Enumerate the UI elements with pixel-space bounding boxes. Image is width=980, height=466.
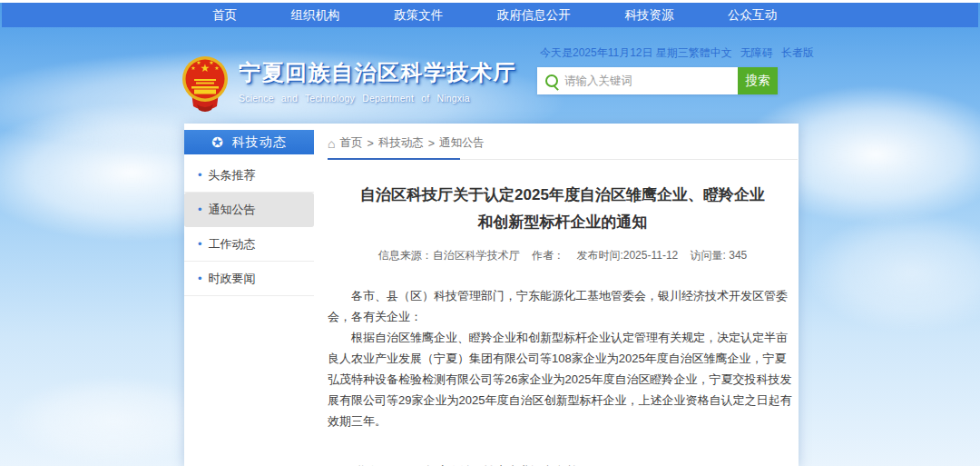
svg-text:★: ★	[191, 65, 195, 71]
svg-text:★: ★	[209, 60, 213, 65]
breadcrumb-current: 通知公告	[439, 135, 485, 151]
nav-item-tech-resources[interactable]: 科技资源	[624, 7, 673, 24]
link-accessibility[interactable]: 无障碍	[740, 45, 773, 61]
meta-views: 访问量: 345	[691, 249, 748, 262]
svg-text:★: ★	[214, 65, 219, 71]
sidebar-title: 科技动态	[232, 134, 287, 151]
national-emblem-icon: ★ ★ ★ ★ ★	[181, 55, 229, 113]
top-nav: 首页 组织机构 政策文件 政府信息公开 科技资源 公众互动	[2, 3, 978, 27]
bullet-icon: •	[198, 168, 202, 182]
nav-item-policy-documents[interactable]: 政策文件	[394, 7, 443, 24]
sidebar-item-current-politics[interactable]: • 时政要闻	[184, 262, 314, 296]
sidebar-item-notices[interactable]: • 通知公告	[184, 193, 314, 227]
site-title: 宁夏回族自治区科学技术厅	[239, 58, 516, 87]
nav-item-organization[interactable]: 组织机构	[291, 7, 340, 24]
cloud-decoration	[808, 213, 980, 332]
sidebar-item-work-news[interactable]: • 工作动态	[184, 227, 314, 262]
header-info-row: 今天是2025年11月12日 星期三 繁體中文 无障碍 长者版	[540, 45, 790, 61]
meta-source: 信息来源：自治区科学技术厅	[378, 249, 520, 262]
content-panel: ✪ 科技动态 • 头条推荐 • 通知公告 • 工作动态 • 时政要闻 ⌂	[184, 124, 799, 466]
sidebar: ✪ 科技动态 • 头条推荐 • 通知公告 • 工作动态 • 时政要闻	[184, 130, 314, 296]
article-body: 各市、县（区）科技管理部门，宁东能源化工基地管委会，银川经济技术开发区管委会，各…	[328, 285, 798, 431]
attachments-block: 附件： 1.2025年度自治区雏鹰企业认定名单 2.2025年度自治区瞪羚企业认…	[353, 461, 798, 466]
search-bar: 搜索	[537, 67, 778, 94]
site-subtitle-english: Science and Technology Department of Nin…	[239, 93, 516, 104]
breadcrumb: ⌂ 首页 > 科技动态 > 通知公告	[328, 135, 798, 151]
main-content: ⌂ 首页 > 科技动态 > 通知公告 自治区科技厅关于认定2025年度自治区雏鹰…	[328, 130, 798, 466]
nav-item-home[interactable]: 首页	[212, 7, 237, 24]
sidebar-header: ✪ 科技动态	[184, 130, 314, 154]
article-meta: 信息来源：自治区科学技术厅 作者： 发布时间:2025-11-12 访问量: 3…	[328, 248, 798, 263]
meta-publish-date: 发布时间:2025-11-12	[576, 249, 678, 262]
breadcrumb-separator: >	[367, 137, 373, 150]
current-date-text: 今天是2025年11月12日 星期三	[540, 45, 689, 61]
breadcrumb-separator: >	[428, 137, 435, 150]
tech-news-badge-icon: ✪	[211, 135, 223, 149]
bullet-icon: •	[198, 237, 202, 251]
meta-author: 作者：	[532, 249, 564, 262]
article-title: 自治区科技厅关于认定2025年度自治区雏鹰企业、瞪羚企业 和创新型标杆企业的通知	[328, 182, 798, 236]
sidebar-item-label: 时政要闻	[209, 271, 256, 287]
article-paragraph: 根据自治区雏鹰企业、瞪羚企业和创新型标杆企业认定管理有关规定，决定认定半亩良人农…	[328, 327, 798, 431]
attachments-label: 附件：	[353, 461, 388, 466]
bullet-icon: •	[198, 272, 202, 285]
search-input[interactable]	[537, 67, 738, 94]
breadcrumb-divider	[328, 159, 798, 160]
sidebar-item-label: 头条推荐	[209, 167, 256, 183]
article-paragraph: 各市、县（区）科技管理部门，宁东能源化工基地管委会，银川经济技术开发区管委会，各…	[328, 285, 798, 327]
svg-text:★: ★	[196, 60, 201, 65]
attachment-link-1[interactable]: 1.2025年度自治区雏鹰企业认定名单	[388, 461, 613, 466]
sidebar-item-headlines[interactable]: • 头条推荐	[184, 158, 314, 193]
nav-item-gov-info-disclosure[interactable]: 政府信息公开	[497, 7, 571, 24]
home-icon: ⌂	[328, 137, 335, 150]
search-icon	[545, 74, 558, 87]
sidebar-item-label: 通知公告	[209, 202, 256, 218]
nav-item-public-interaction[interactable]: 公众互动	[728, 7, 777, 24]
sidebar-item-label: 工作动态	[209, 236, 256, 253]
breadcrumb-home[interactable]: 首页	[339, 135, 362, 151]
site-brand[interactable]: ★ ★ ★ ★ ★ 宁夏回族自治区科学技术厅 Science and Techn…	[181, 55, 516, 113]
bullet-icon: •	[198, 203, 202, 216]
link-elder-version[interactable]: 长者版	[781, 45, 814, 61]
search-button[interactable]: 搜索	[738, 67, 778, 94]
breadcrumb-tech-news[interactable]: 科技动态	[378, 135, 424, 151]
link-traditional-chinese[interactable]: 繁體中文	[689, 45, 732, 61]
